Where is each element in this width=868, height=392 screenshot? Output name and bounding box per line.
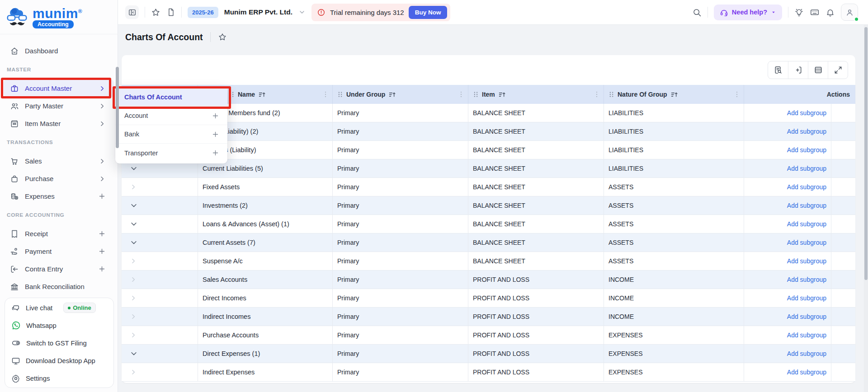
- cell-under-group: Primary: [332, 215, 468, 233]
- brand-logo[interactable]: munim® Accounting: [0, 0, 118, 34]
- sort-icon[interactable]: [258, 91, 266, 98]
- add-subgroup-link[interactable]: Add subgroup: [787, 202, 826, 209]
- expand-chevron-down-icon[interactable]: [130, 238, 138, 247]
- add-subgroup-link[interactable]: Add subgroup: [787, 331, 826, 339]
- table-row: Investments (2)PrimaryBALANCE SHEETASSET…: [122, 196, 855, 215]
- sort-icon[interactable]: [498, 91, 506, 98]
- sidebar-item-contra-entry[interactable]: Contra Entry: [4, 260, 114, 278]
- expand-chevron-down-icon[interactable]: [130, 201, 138, 210]
- sidebar-item-sales[interactable]: Sales: [4, 152, 114, 170]
- toolbar-table-rows-button[interactable]: [808, 61, 828, 79]
- column-menu-icon[interactable]: [322, 91, 329, 98]
- cell-nature-of-group: LIABILITIES: [604, 104, 744, 122]
- table-row: Loans & Advances (Asset) (1)PrimaryBALAN…: [122, 215, 855, 233]
- sidebar-item-account-master[interactable]: Account Master: [4, 79, 114, 97]
- add-subgroup-link[interactable]: Add subgroup: [787, 165, 826, 172]
- brand-registered-mark: ®: [78, 8, 82, 14]
- plus-icon[interactable]: [212, 131, 219, 138]
- need-help-label: Need help?: [732, 9, 767, 16]
- toolbar-expand-button[interactable]: [828, 61, 848, 79]
- favorite-star-icon[interactable]: [151, 8, 160, 17]
- expand-chevron-down-icon[interactable]: [130, 220, 138, 228]
- sidebar-item-label: Receipt: [25, 230, 48, 238]
- sidebar-item-item-master[interactable]: Item Master: [4, 115, 114, 132]
- drag-handle-icon[interactable]: [229, 91, 235, 98]
- search-icon[interactable]: [692, 8, 702, 17]
- expand-chevron-right-icon[interactable]: [130, 331, 137, 339]
- sidebar-toggle-button[interactable]: [125, 5, 139, 19]
- drag-handle-icon[interactable]: [473, 91, 479, 98]
- cell-spacer: [831, 345, 855, 363]
- expand-chevron-right-icon[interactable]: [130, 183, 137, 191]
- sidebar-item-party-master[interactable]: Party Master: [4, 97, 114, 115]
- sidebar-item-label: Bank Reconciliation: [25, 283, 85, 290]
- keyboard-shortcuts-icon[interactable]: [810, 7, 820, 17]
- sort-icon[interactable]: [388, 91, 396, 98]
- toolbar-add-entry-button[interactable]: [788, 61, 808, 79]
- add-subgroup-link[interactable]: Add subgroup: [787, 276, 826, 283]
- sidebar-item-expenses[interactable]: Expenses: [4, 187, 114, 205]
- sidebar-item-receipt[interactable]: Receipt: [4, 225, 114, 243]
- need-help-button[interactable]: Need help?: [714, 5, 782, 20]
- add-subgroup-link[interactable]: Add subgroup: [787, 257, 826, 265]
- flyout-item-charts-of-account[interactable]: Charts Of Account: [115, 88, 227, 107]
- cell-expander: [122, 326, 198, 344]
- profile-button[interactable]: [841, 4, 858, 21]
- expand-chevron-right-icon[interactable]: [130, 294, 137, 302]
- add-subgroup-link[interactable]: Add subgroup: [787, 128, 826, 135]
- cell-name: Purchase Accounts: [198, 326, 332, 344]
- add-subgroup-link[interactable]: Add subgroup: [787, 220, 826, 228]
- sidebar-footer-item-switch-to-gst-filing[interactable]: Switch to GST Filing: [5, 334, 113, 352]
- expand-chevron-down-icon[interactable]: [130, 350, 138, 358]
- sidebar-item-bank-reconciliation[interactable]: Bank Reconciliation: [4, 278, 114, 295]
- drag-handle-icon[interactable]: [337, 91, 343, 98]
- add-subgroup-link[interactable]: Add subgroup: [787, 109, 826, 117]
- cell-item: BALANCE SHEET: [468, 141, 604, 159]
- sidebar-footer-item-whatsapp[interactable]: Whatsapp: [5, 317, 113, 334]
- page-title-divider: [210, 32, 211, 42]
- sidebar-item-purchase[interactable]: Purchase: [4, 170, 114, 187]
- expand-chevron-right-icon[interactable]: [130, 257, 137, 265]
- fiscal-year-badge[interactable]: 2025-26: [188, 7, 218, 18]
- flyout-item-transporter[interactable]: Transporter: [115, 144, 227, 162]
- add-subgroup-link[interactable]: Add subgroup: [787, 183, 826, 191]
- notifications-bell-icon[interactable]: [826, 8, 835, 17]
- drag-handle-icon[interactable]: [609, 91, 614, 98]
- column-menu-icon[interactable]: [458, 91, 464, 98]
- sidebar-footer-item-live-chat[interactable]: Live chatOnline: [5, 299, 113, 317]
- sidebar-item-dashboard[interactable]: Dashboard: [4, 42, 114, 60]
- page-scrollbar-thumb[interactable]: [864, 27, 868, 280]
- cell-nature-of-group: ASSETS: [604, 215, 744, 233]
- sort-icon[interactable]: [670, 91, 678, 98]
- document-icon[interactable]: [166, 8, 175, 17]
- add-subgroup-link[interactable]: Add subgroup: [787, 239, 826, 246]
- add-subgroup-link[interactable]: Add subgroup: [787, 350, 826, 357]
- column-menu-icon[interactable]: [734, 91, 740, 98]
- flyout-item-bank[interactable]: Bank: [115, 125, 227, 144]
- add-subgroup-link[interactable]: Add subgroup: [787, 369, 826, 376]
- column-menu-icon[interactable]: [594, 91, 600, 98]
- expand-chevron-right-icon[interactable]: [130, 313, 137, 320]
- expand-chevron-right-icon[interactable]: [130, 276, 137, 283]
- whats-new-bulb-icon[interactable]: [794, 8, 804, 17]
- company-chevron-down-icon[interactable]: [298, 9, 306, 16]
- sidebar-scrollbar[interactable]: [116, 67, 119, 148]
- page-favorite-star-icon[interactable]: [218, 33, 227, 42]
- toolbar-document-search-button[interactable]: [768, 61, 788, 79]
- sidebar-footer-item-settings[interactable]: Settings: [5, 369, 113, 387]
- buy-now-button[interactable]: Buy Now: [409, 6, 448, 19]
- flyout-item-account[interactable]: Account: [115, 107, 227, 125]
- sidebar-footer-item-download-desktop-app[interactable]: Download Desktop App: [5, 352, 113, 369]
- add-subgroup-link[interactable]: Add subgroup: [787, 313, 826, 320]
- sidebar-item-payment[interactable]: Payment: [4, 243, 114, 260]
- table-rows-icon: [814, 65, 823, 75]
- add-subgroup-link[interactable]: Add subgroup: [787, 146, 826, 154]
- plus-icon[interactable]: [212, 112, 219, 120]
- plus-icon[interactable]: [212, 149, 219, 157]
- add-subgroup-link[interactable]: Add subgroup: [787, 294, 826, 302]
- cart-icon: [10, 157, 19, 166]
- expand-chevron-down-icon[interactable]: [130, 164, 138, 173]
- page-scrollbar[interactable]: [864, 25, 868, 392]
- cell-actions: Add subgroup: [744, 363, 831, 381]
- expand-chevron-right-icon[interactable]: [130, 369, 137, 376]
